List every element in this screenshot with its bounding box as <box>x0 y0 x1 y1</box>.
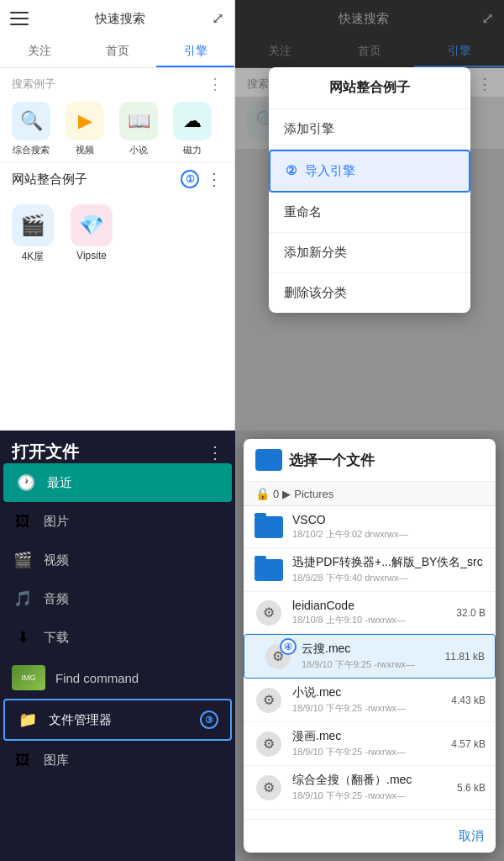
general-search-label: 综合搜索 <box>13 144 50 156</box>
site-4kw-label: 4K屋 <box>22 250 45 264</box>
modal-delete-category[interactable]: 删除该分类 <box>269 273 470 313</box>
xiaoshuo-name: 小说.mec <box>292 685 443 700</box>
site-4kw-icon: 🎬 <box>12 204 54 246</box>
breadcrumb-path: Pictures <box>294 488 333 500</box>
modal-add-category[interactable]: 添加新分类 <box>269 233 470 273</box>
vsco-meta: 18/10/2 上午9:02 drwxrwx— <box>292 528 486 541</box>
search-examples-more[interactable]: ⋮ <box>207 77 223 92</box>
general-search-icon: 🔍 <box>12 102 50 140</box>
nav-file-manager-label: 文件管理器 <box>49 712 112 728</box>
file-row-leidian[interactable]: ⚙ leidianCode 18/10/8 上午9:10 -rwxrwx— 32… <box>244 592 496 634</box>
file-chooser-footer: 取消 <box>244 819 496 853</box>
file-chooser-title: 选择一个文件 <box>289 451 375 470</box>
site-4kw[interactable]: 🎬 4K屋 <box>12 204 54 264</box>
tab-follow[interactable]: 关注 <box>0 37 78 67</box>
video-icon: ▶ <box>66 102 104 140</box>
recent-icon: 🕐 <box>15 472 37 494</box>
nav-photos[interactable]: 🖼 图片 <box>0 502 235 541</box>
file-row-xiaoshuo[interactable]: ⚙ 小说.mec 18/9/10 下午9:25 -rwxrwx— 4.43 kB <box>244 679 496 722</box>
modal-box: 网站整合例子 添加引擎 ② 导入引擎 重命名 添加新分类 删除该分类 <box>269 67 470 313</box>
zonghe-name: 综合全搜（翻番）.mec <box>292 773 449 788</box>
leidian-name: leidianCode <box>292 599 448 612</box>
site-vipsite-label: Vipsite <box>76 250 107 261</box>
zonghe-icon: ⚙ <box>254 775 284 800</box>
search-examples-label: 搜索例子 <box>12 77 55 92</box>
pdf-name: 迅捷PDF转换器+...解版_BY佚名_src <box>292 555 486 570</box>
manhua-info: 漫画.mec 18/9/10 下午9:25 -rwxrwx— <box>292 729 443 758</box>
xiaoshuo-info: 小说.mec 18/9/10 下午9:25 -rwxrwx— <box>292 685 443 715</box>
circle-4: ④ <box>280 638 297 655</box>
pdf-info: 迅捷PDF转换器+...解版_BY佚名_src 18/9/28 下午9:40 d… <box>292 555 486 584</box>
tab-engine[interactable]: 引擎 <box>156 37 234 67</box>
import-engine-label: 导入引擎 <box>305 163 355 177</box>
xiaoshuo-meta: 18/9/10 下午9:25 -rwxrwx— <box>292 702 443 715</box>
category-dots[interactable]: ⋮ <box>206 169 223 189</box>
icon-novel[interactable]: 📖 小说 <box>116 102 161 156</box>
folder-small-pdf <box>255 559 283 581</box>
cancel-button[interactable]: 取消 <box>459 828 484 844</box>
file-row-yunsou[interactable]: ④ ⚙ 云搜.mec 18/9/10 下午9:25 -rwxrwx— 11.81… <box>244 634 496 679</box>
nav-audio[interactable]: 🎵 音频 <box>0 579 235 618</box>
video-label: 视频 <box>76 144 94 156</box>
nav-download-label: 下载 <box>44 630 69 646</box>
file-chooser-header: 选择一个文件 <box>244 439 496 482</box>
yunsou-size: 11.81 kB <box>445 651 485 663</box>
yunsou-info: 云搜.mec 18/9/10 下午9:25 -rwxrwx— <box>302 642 437 671</box>
novel-icon: 📖 <box>119 102 158 140</box>
nav-gallery[interactable]: 🖼 图库 <box>0 741 235 779</box>
xiaoshuo-size: 4.43 kB <box>451 695 486 706</box>
tab-home[interactable]: 首页 <box>78 37 156 67</box>
modal-import-engine[interactable]: ② 导入引擎 <box>269 150 470 193</box>
menu-icon[interactable] <box>10 12 29 25</box>
category-actions: ① ⋮ <box>181 169 223 189</box>
nav-recent[interactable]: 🕐 最近 <box>3 463 232 502</box>
top-left-header: 快速搜索 ⤢ <box>0 0 234 37</box>
top-right-panel: 快速搜索 ⤢ 关注 首页 引擎 搜索例子 ⋮ 🔍 ▶ 📖 <box>235 0 504 430</box>
lock-icon: 🔒 <box>255 487 270 500</box>
icon-video[interactable]: ▶ 视频 <box>62 102 108 156</box>
category-row: 网站整合例子 ① ⋮ <box>0 161 234 196</box>
leidian-gear-icon: ⚙ <box>256 600 281 626</box>
icon-magnet[interactable]: ☁ 磁力 <box>170 102 215 156</box>
sites-row: 🎬 4K屋 💎 Vipsite <box>0 196 234 272</box>
search-label: 快速搜索 <box>95 11 145 27</box>
icon-grid: 🔍 综合搜索 ▶ 视频 📖 小说 ☁ 磁力 <box>0 97 234 161</box>
bottom-left-dots[interactable]: ⋮ <box>207 442 223 462</box>
manhua-meta: 18/9/10 下午9:25 -rwxrwx— <box>292 746 443 758</box>
site-vipsite-icon: 💎 <box>71 204 113 246</box>
modal-add-engine[interactable]: 添加引擎 <box>269 109 470 150</box>
nav-audio-label: 音频 <box>44 591 69 607</box>
expand-icon[interactable]: ⤢ <box>212 9 224 28</box>
zonghe-meta: 18/9/10 下午9:25 -rwxrwx— <box>292 790 449 802</box>
nav-recent-label: 最近 <box>47 475 72 491</box>
zonghe-size: 5.6 kB <box>457 782 486 794</box>
manhua-icon: ⚙ <box>254 732 284 757</box>
file-row-zonghequansou[interactable]: ⚙ 综合全搜（翻番）.mec 18/9/10 下午9:25 -rwxrwx— 5… <box>244 766 496 810</box>
modal-overlay: 网站整合例子 添加引擎 ② 导入引擎 重命名 添加新分类 删除该分类 <box>235 0 504 430</box>
file-row-manhua[interactable]: ⚙ 漫画.mec 18/9/10 下午9:25 -rwxrwx— 4.57 kB <box>244 722 496 766</box>
icon-general-search[interactable]: 🔍 综合搜索 <box>8 102 54 156</box>
leidian-meta: 18/10/8 上午9:10 -rwxrwx— <box>292 614 448 626</box>
file-chooser-dialog: 选择一个文件 🔒 0 ▶ Pictures VSCO 18/10/2 <box>244 439 496 853</box>
nav-video[interactable]: 🎬 视频 <box>0 541 235 579</box>
yunsou-meta: 18/9/10 下午9:25 -rwxrwx— <box>302 658 437 671</box>
folder-small-vsco <box>255 516 283 538</box>
folder-icon-big <box>255 449 282 471</box>
file-row-vsco[interactable]: VSCO 18/10/2 上午9:02 drwxrwx— <box>244 506 496 548</box>
leidian-icon: ⚙ <box>254 600 284 626</box>
circle-3: ③ <box>200 710 218 729</box>
nav-download[interactable]: ⬇ 下载 <box>0 618 235 657</box>
site-vipsite[interactable]: 💎 Vipsite <box>71 204 113 264</box>
nav-find-command[interactable]: IMG Find command <box>0 657 235 699</box>
modal-rename[interactable]: 重命名 <box>269 193 470 233</box>
file-list: VSCO 18/10/2 上午9:02 drwxrwx— 迅捷PDF转换器+..… <box>244 506 496 819</box>
photos-icon: 🖼 <box>12 510 34 532</box>
gallery-icon: 🖼 <box>12 749 34 771</box>
category-title: 网站整合例子 <box>12 172 87 188</box>
magnet-label: 磁力 <box>183 144 202 156</box>
file-row-pdf[interactable]: 迅捷PDF转换器+...解版_BY佚名_src 18/9/28 下午9:40 d… <box>244 548 496 592</box>
nav-file-manager[interactable]: 📁 文件管理器 ③ <box>3 699 232 741</box>
file-manager-icon: 📁 <box>17 709 39 731</box>
nav-video-label: 视频 <box>44 552 69 568</box>
search-examples-header: 搜索例子 ⋮ <box>0 68 234 97</box>
